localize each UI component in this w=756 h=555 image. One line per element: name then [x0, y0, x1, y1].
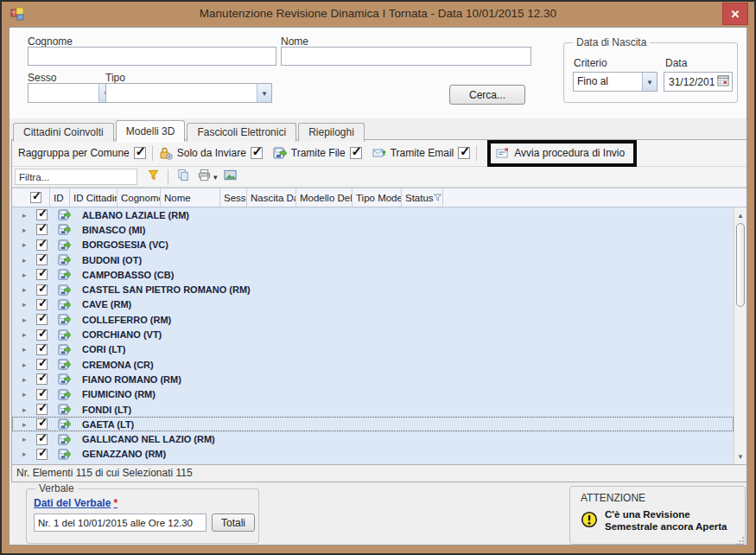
table-group-row[interactable]: ▸ ✓ GENAZZANO (RM)	[12, 447, 734, 462]
table-group-row[interactable]: ▸ ✓ CORI (LT)	[12, 342, 734, 357]
select-all-checkbox[interactable]: ✓	[30, 192, 41, 203]
tramite-email-toggle[interactable]: Tramite Email ✓	[372, 146, 471, 160]
expand-arrow-icon[interactable]: ▸	[22, 316, 31, 324]
column-header[interactable]: Nome	[161, 188, 220, 207]
expand-arrow-icon[interactable]: ▸	[22, 211, 31, 220]
column-header[interactable]: Modello Del	[296, 188, 353, 207]
expand-arrow-icon[interactable]: ▸	[22, 375, 31, 384]
table-group-row[interactable]: ▸ ✓ BORGOSESIA (VC)	[12, 238, 734, 252]
expand-arrow-icon[interactable]: ▸	[22, 360, 31, 369]
expand-arrow-icon[interactable]: ▸	[22, 271, 31, 279]
filtra-input[interactable]	[15, 169, 137, 185]
row-checkbox[interactable]: ✓	[36, 373, 48, 385]
print-dropdown-arrow[interactable]: ▾	[213, 173, 218, 182]
tipo-dropdown-button[interactable]: ▾	[257, 84, 271, 102]
tab[interactable]: Fascicoli Elettronici	[187, 123, 296, 142]
dati-del-verbale-link[interactable]: Dati del Verbale*	[34, 497, 118, 509]
solo-da-inviare-toggle[interactable]: Solo da Inviare ✓	[159, 146, 263, 160]
close-button[interactable]: ✕	[722, 3, 748, 25]
row-checkbox[interactable]: ✓	[36, 284, 48, 296]
nome-input[interactable]	[281, 47, 531, 66]
export-image-button[interactable]	[222, 169, 239, 186]
status-filter-funnel-icon[interactable]	[433, 193, 442, 204]
cerca-button[interactable]: Cerca...	[449, 85, 525, 105]
row-checkbox[interactable]: ✓	[36, 314, 48, 325]
column-header[interactable]: Sesso	[220, 188, 247, 207]
row-checkbox[interactable]: ✓	[36, 434, 48, 445]
expand-arrow-icon[interactable]: ▸	[22, 435, 31, 443]
row-checkbox[interactable]: ✓	[36, 269, 48, 280]
expand-arrow-icon[interactable]: ▸	[22, 226, 31, 234]
raggruppa-per-comune-toggle[interactable]: Raggruppa per Comune ✓	[18, 147, 146, 159]
scrollbar-thumb[interactable]	[736, 223, 745, 307]
verbale-input[interactable]	[34, 514, 206, 532]
table-group-row[interactable]: ▸ ✓ CAVE (RM)	[12, 297, 734, 312]
totali-button[interactable]: Totali	[212, 514, 255, 532]
table-group-row[interactable]: ▸ ✓ CORCHIANO (VT)	[12, 327, 734, 341]
table-group-row[interactable]: ▸ ✓ BINASCO (MI)	[12, 222, 734, 237]
expand-arrow-icon[interactable]: ▸	[22, 300, 31, 309]
row-checkbox[interactable]: ✓	[36, 224, 48, 235]
select-all-column-header[interactable]: ✓	[12, 188, 50, 207]
scroll-up-button[interactable]: ▲	[734, 208, 746, 222]
table-group-row[interactable]: ▸ ✓ CASTEL SAN PIETRO ROMANO (RM)	[12, 282, 734, 297]
table-group-row[interactable]: ▸ ✓ ALBANO LAZIALE (RM)	[12, 207, 734, 222]
column-header[interactable]: Tipo Modello	[353, 188, 402, 207]
copy-button[interactable]	[175, 169, 192, 186]
table-group-row[interactable]: ▸ ✓ FIUMICINO (RM)	[12, 387, 734, 402]
row-checkbox[interactable]: ✓	[36, 344, 48, 355]
scroll-down-button[interactable]: ▼	[734, 450, 746, 463]
row-checkbox[interactable]: ✓	[36, 404, 48, 415]
expand-arrow-icon[interactable]: ▸	[22, 390, 31, 399]
cognome-input[interactable]	[28, 47, 276, 66]
table-group-row[interactable]: ▸ ✓ COLLEFERRO (RM)	[12, 312, 734, 327]
table-group-row[interactable]: ▸ ✓ GAETA (LT)	[12, 417, 734, 431]
expand-arrow-icon[interactable]: ▸	[22, 405, 31, 414]
column-header[interactable]: Nascita Data	[247, 188, 296, 207]
expand-arrow-icon[interactable]: ▸	[22, 450, 31, 458]
tramite-file-toggle[interactable]: Tramite File ✓	[273, 146, 362, 160]
expand-arrow-icon[interactable]: ▸	[22, 345, 31, 354]
expand-arrow-icon[interactable]: ▸	[22, 240, 31, 249]
row-checkbox[interactable]: ✓	[36, 329, 48, 341]
table-group-row[interactable]: ▸ ✓ FONDI (LT)	[12, 402, 734, 417]
solo-da-inviare-checkbox[interactable]: ✓	[251, 147, 263, 159]
tramite-email-checkbox[interactable]: ✓	[458, 147, 470, 159]
expand-arrow-icon[interactable]: ▸	[22, 330, 31, 339]
vertical-scrollbar[interactable]: ▲ ▼	[734, 207, 746, 464]
row-checkbox[interactable]: ✓	[36, 359, 48, 370]
table-group-row[interactable]: ▸ ✓ GALLICANO NEL LAZIO (RM)	[12, 431, 734, 446]
criterio-dropdown-button[interactable]: ▾	[642, 73, 657, 91]
row-checkbox[interactable]: ✓	[36, 239, 48, 251]
filter-funnel-button[interactable]	[144, 169, 162, 186]
resize-grip[interactable]	[735, 533, 745, 543]
row-checkbox[interactable]: ✓	[36, 449, 48, 460]
avvia-procedura-button[interactable]: Avvia procedura di Invio	[496, 146, 625, 160]
row-checkbox[interactable]: ✓	[36, 254, 48, 265]
expand-arrow-icon[interactable]: ▸	[22, 256, 31, 265]
row-checkbox[interactable]: ✓	[36, 389, 48, 400]
table-group-row[interactable]: ▸ ✓ BUDONI (OT)	[12, 252, 734, 267]
criterio-select[interactable]: Fino al ▾	[573, 72, 658, 92]
column-header[interactable]: ID Cittadino	[70, 188, 118, 207]
expand-arrow-icon[interactable]: ▸	[22, 420, 31, 429]
table-group-row[interactable]: ▸ ✓ CAMPOBASSO (CB)	[12, 267, 734, 282]
row-checkbox[interactable]: ✓	[36, 209, 48, 220]
tab[interactable]: Cittadini Coinvolti	[13, 123, 114, 142]
tab[interactable]: Riepiloghi	[298, 123, 365, 142]
data-date-input[interactable]: 31/12/2014	[664, 72, 733, 92]
row-checkbox[interactable]: ✓	[36, 299, 48, 310]
expand-arrow-icon[interactable]: ▸	[22, 285, 31, 294]
row-checkbox[interactable]: ✓	[36, 418, 48, 430]
calendar-button[interactable]	[715, 73, 731, 90]
tab[interactable]: Modelli 3D	[116, 120, 186, 142]
table-group-row[interactable]: ▸ ✓ CREMONA (CR)	[12, 357, 734, 372]
sesso-select[interactable]: ▾	[28, 83, 114, 103]
print-button[interactable]	[195, 169, 213, 186]
tramite-file-checkbox[interactable]: ✓	[350, 147, 362, 159]
table-group-row[interactable]: ▸ ✓ FIANO ROMANO (RM)	[12, 372, 734, 386]
raggruppa-per-comune-checkbox[interactable]: ✓	[134, 147, 146, 159]
column-header[interactable]: Cognome	[118, 188, 161, 207]
column-header[interactable]: ID	[50, 188, 70, 207]
tipo-select[interactable]: ▾	[105, 83, 272, 103]
